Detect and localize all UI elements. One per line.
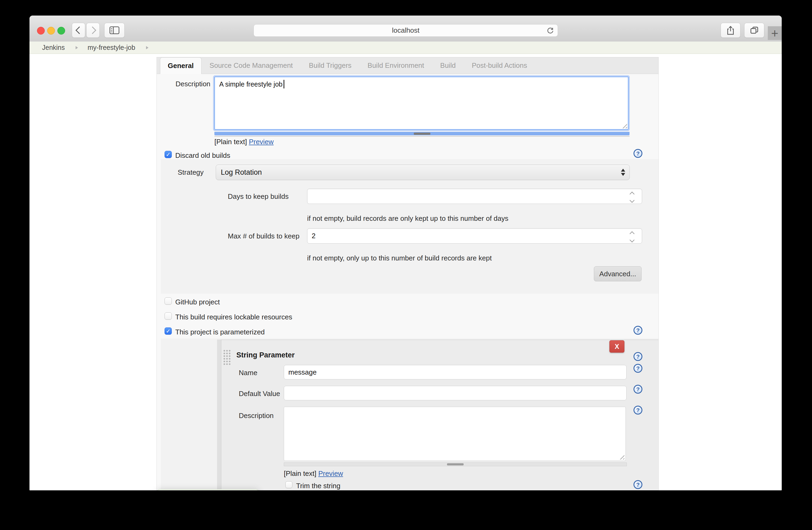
help-icon[interactable]: ? (634, 480, 642, 489)
tab-build-triggers[interactable]: Build Triggers (301, 57, 360, 74)
textarea-drag-handle[interactable] (214, 132, 629, 135)
param-description-label: Description (239, 412, 274, 420)
parameterized-checkbox[interactable] (164, 327, 172, 335)
breadcrumb-chevron-icon (146, 46, 148, 49)
github-project-checkbox[interactable] (164, 297, 172, 305)
days-help-text: if not empty, build records are only kep… (307, 215, 508, 223)
help-icon[interactable]: ? (634, 352, 642, 361)
save-bar: Save Apply (157, 489, 259, 490)
back-icon (75, 27, 83, 34)
breadcrumb-chevron-icon (76, 46, 78, 49)
show-tabs-button[interactable] (744, 23, 764, 38)
max-builds-label: Max # of builds to keep (228, 232, 299, 240)
jenkins-config-page: General Source Code Management Build Tri… (29, 54, 782, 490)
description-label: Description (175, 80, 211, 88)
drag-handle-icon[interactable] (223, 349, 231, 366)
max-help-text: if not empty, only up to this number of … (307, 254, 492, 262)
tab-build-environment[interactable]: Build Environment (360, 57, 432, 74)
description-field-wrap: A simple freestyle job (214, 77, 628, 130)
sidebar-icon (109, 26, 119, 34)
number-spinner-icon[interactable] (630, 232, 634, 242)
help-icon[interactable]: ? (634, 149, 642, 158)
breadcrumb-jenkins[interactable]: Jenkins (42, 44, 65, 51)
share-icon (726, 26, 735, 35)
parameter-title: String Parameter (236, 351, 295, 359)
close-window-button[interactable] (37, 27, 45, 34)
sidebar-toggle-button[interactable] (104, 23, 125, 38)
tab-post-build-actions[interactable]: Post-build Actions (464, 57, 535, 74)
back-button[interactable] (72, 23, 85, 38)
param-modeline: [Plain text] Preview (284, 469, 343, 478)
reload-icon[interactable] (546, 27, 554, 35)
days-to-keep-label: Days to keep builds (228, 192, 289, 201)
browser-window: localhost (29, 16, 782, 490)
tab-build[interactable]: Build (432, 57, 464, 74)
discard-old-builds-label[interactable]: Discard old builds (175, 151, 230, 160)
help-icon[interactable]: ? (634, 326, 642, 335)
trim-string-checkbox[interactable] (286, 481, 292, 488)
zoom-window-button[interactable] (57, 27, 65, 34)
param-description-wrap (284, 407, 626, 461)
plain-text-note: [Plain text] (214, 138, 247, 146)
lockable-resources-label[interactable]: This build requires lockable resources (175, 313, 292, 321)
parameter-drag-strip[interactable] (217, 339, 221, 490)
help-icon[interactable]: ? (634, 385, 642, 394)
description-modeline: [Plain text] Preview (214, 138, 274, 146)
textarea-drag-handle[interactable] (284, 462, 627, 466)
preview-link[interactable]: Preview (318, 469, 343, 477)
param-description-textarea[interactable] (284, 407, 626, 461)
trim-string-label[interactable]: Trim the string (296, 482, 340, 490)
handle-shadow (214, 136, 629, 137)
advanced-button[interactable]: Advanced... (594, 266, 641, 281)
param-name-label: Name (239, 369, 257, 377)
number-spinner-icon[interactable] (630, 192, 634, 202)
parameterized-label[interactable]: This project is parameterized (175, 328, 265, 336)
tab-source-code-management[interactable]: Source Code Management (202, 57, 301, 74)
select-arrows-icon (621, 169, 625, 176)
tab-general[interactable]: General (160, 57, 202, 74)
browser-toolbar: localhost (29, 16, 782, 42)
minimize-window-button[interactable] (47, 27, 55, 34)
param-name-input[interactable] (284, 365, 626, 379)
help-icon[interactable]: ? (634, 364, 642, 373)
breadcrumb-job[interactable]: my-freestyle-job (88, 44, 135, 51)
strategy-select[interactable]: Log Rotation (216, 164, 630, 180)
strategy-value: Log Rotation (221, 168, 262, 177)
breadcrumb: Jenkins my-freestyle-job (29, 42, 782, 54)
lockable-resources-checkbox[interactable] (164, 312, 172, 320)
new-tab-button[interactable]: + (768, 26, 782, 40)
param-default-label: Default Value (239, 389, 280, 398)
url-text: localhost (392, 26, 420, 34)
days-to-keep-input[interactable] (307, 189, 642, 204)
address-bar[interactable]: localhost (253, 24, 558, 37)
share-button[interactable] (721, 23, 740, 38)
forward-button[interactable] (86, 23, 100, 38)
tabs-overview-icon (750, 26, 759, 34)
form-right-border (658, 57, 659, 490)
discard-old-builds-checkbox[interactable] (164, 151, 172, 158)
config-tabbar: General Source Code Management Build Tri… (157, 57, 658, 74)
strategy-label: Strategy (178, 168, 204, 177)
param-default-input[interactable] (284, 386, 626, 400)
forward-icon (88, 27, 96, 34)
delete-parameter-button[interactable]: X (609, 340, 624, 353)
max-builds-input[interactable] (307, 228, 642, 244)
text-caret (284, 80, 284, 88)
preview-link[interactable]: Preview (249, 138, 274, 146)
plain-text-note: [Plain text] (284, 469, 316, 477)
description-textarea[interactable]: A simple freestyle job (214, 77, 628, 130)
github-project-label[interactable]: GitHub project (175, 298, 220, 306)
help-icon[interactable]: ? (634, 406, 642, 414)
